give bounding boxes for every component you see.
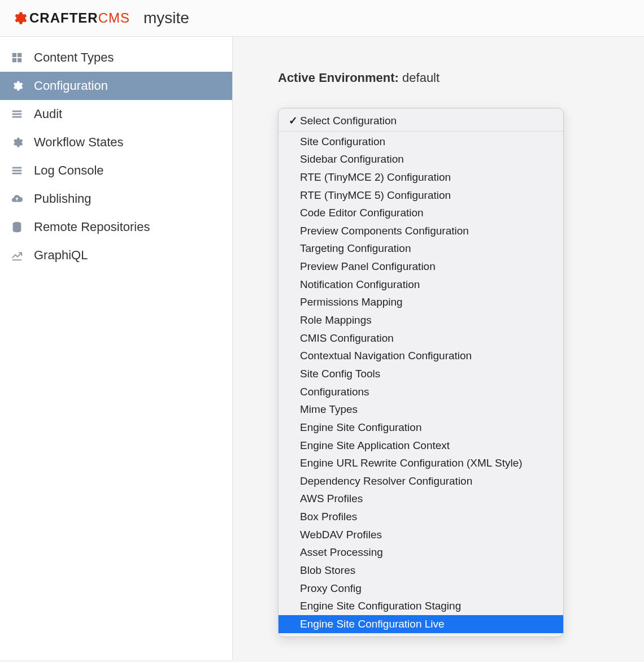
dropdown-option-label: Site Config Tools [300,367,380,381]
sidebar-item-label: Log Console [34,163,104,178]
sidebar-item-label: Audit [34,107,62,121]
sidebar-item-label: GraphiQL [34,248,88,263]
dropdown-option[interactable]: CMIS Configuration [279,329,563,347]
sidebar: Content TypesConfigurationAuditWorkflow … [0,37,233,660]
svg-rect-5 [12,114,22,115]
active-environment: Active Environment: default [278,71,621,85]
dropdown-option[interactable]: Code Editor Configuration [279,204,563,222]
dropdown-option[interactable]: Site Configuration [279,133,563,151]
dropdown-option-label: Engine Site Application Context [300,438,450,453]
dropdown-option-label: Role Mappings [300,313,372,328]
dropdown-option-label: Blob Stores [300,563,355,578]
dropdown-option-label: Notification Configuration [300,277,420,292]
main-panel: Active Environment: default Select Confi… [233,37,644,660]
sidebar-item-label: Remote Repositories [34,220,150,234]
dropdown-option[interactable]: Mime Types [279,400,563,419]
dropdown-option-label: RTE (TinyMCE 2) Configuration [300,170,451,185]
dropdown-option[interactable]: Select Configuration [279,112,563,130]
dropdown-option[interactable]: Dependency Resolver Configuration [279,472,563,490]
list-icon [10,164,24,177]
svg-rect-4 [12,111,22,112]
dropdown-option-label: Engine Site Configuration Staging [300,599,461,613]
sidebar-item-label: Publishing [34,191,92,206]
sidebar-item-graphiql[interactable]: GraphiQL [0,241,232,269]
svg-rect-8 [12,170,22,172]
header: CRAFTERCMS mysite [0,0,644,37]
dropdown-option-label: Code Editor Configuration [300,206,424,220]
dropdown-option-label: Preview Components Configuration [300,224,469,238]
gear-icon [11,10,27,26]
dropdown-option-label: Permissions Mapping [300,295,403,310]
dropdown-option[interactable]: Engine Site Configuration [279,419,563,437]
dropdown-option[interactable]: Site Config Tools [279,365,563,383]
dropdown-option-label: Targeting Configuration [300,241,411,256]
dropdown-option-label: RTE (TinyMCE 5) Configuration [300,188,451,203]
dropdown-option-label: CMIS Configuration [300,331,394,346]
dropdown-option[interactable]: Preview Panel Configuration [279,258,563,276]
sidebar-item-label: Workflow States [34,135,124,150]
sidebar-item-configuration[interactable]: Configuration [0,72,232,100]
dropdown-option[interactable]: RTE (TinyMCE 5) Configuration [279,186,563,204]
dropdown-option-label: Box Profiles [300,509,357,524]
dropdown-option-label: Asset Processing [300,545,383,560]
sidebar-item-remote-repositories[interactable]: Remote Repositories [0,213,232,241]
dropdown-option[interactable]: Contextual Navigation Configuration [279,347,563,365]
dropdown-option-label: Engine Site Configuration [300,420,421,435]
sidebar-item-label: Content Types [34,50,114,65]
cloud-up-icon [10,192,24,206]
site-name: mysite [143,9,189,27]
dropdown-option-label: Site Configuration [300,134,385,149]
dropdown-option[interactable]: Engine Site Configuration Staging [279,597,563,615]
dropdown-option[interactable]: RTE (TinyMCE 2) Configuration [279,168,563,186]
dropdown-option-label: Mime Types [300,402,358,417]
database-icon [10,220,24,234]
sidebar-item-content-types[interactable]: Content Types [0,43,232,72]
dropdown-option[interactable]: Blob Stores [279,561,563,580]
dropdown-option[interactable]: Box Profiles [279,508,563,526]
dropdown-option-label: Engine URL Rewrite Configuration (XML St… [300,456,523,471]
svg-rect-2 [12,58,16,62]
dropdown-option[interactable]: Configurations [279,383,563,401]
dropdown-option[interactable]: Engine Site Configuration Live [279,615,563,633]
dropdown-option[interactable]: Engine URL Rewrite Configuration (XML St… [279,454,563,472]
dropdown-option[interactable]: Engine Site Application Context [279,437,563,455]
dropdown-option[interactable]: Asset Processing [279,543,563,561]
sidebar-item-publishing[interactable]: Publishing [0,185,232,213]
dropdown-option-label: Proxy Config [300,581,362,596]
dropdown-option[interactable]: Targeting Configuration [279,239,563,258]
dropdown-option-label: Contextual Navigation Configuration [300,349,472,363]
dropdown-option-label: Configurations [300,385,369,399]
dropdown-option[interactable]: Role Mappings [279,311,563,329]
logo-text: CRAFTERCMS [29,10,130,26]
dropdown-option[interactable]: Sidebar Configuration [279,150,563,168]
svg-rect-1 [18,53,21,57]
dropdown-option[interactable]: AWS Profiles [279,490,563,508]
svg-rect-7 [12,167,22,169]
sidebar-item-label: Configuration [34,79,108,93]
sidebar-item-workflow-states[interactable]: Workflow States [0,128,232,156]
dropdown-option-label: Select Configuration [300,114,397,128]
dropdown-option-label: WebDAV Profiles [300,528,382,542]
logo[interactable]: CRAFTERCMS [11,10,130,26]
dropdown-option[interactable]: WebDAV Profiles [279,526,563,544]
dropdown-option-label: Sidebar Configuration [300,152,404,167]
sidebar-item-log-console[interactable]: Log Console [0,156,232,185]
gear-icon [10,136,24,149]
dropdown-option[interactable]: Preview Components Configuration [279,222,563,240]
dropdown-option-label: Preview Panel Configuration [300,259,436,274]
configuration-dropdown[interactable]: Select ConfigurationSite ConfigurationSi… [278,108,564,637]
dropdown-option-label: Engine Site Configuration Live [300,617,445,631]
dropdown-option-label: AWS Profiles [300,491,363,506]
chart-icon [10,249,24,262]
dropdown-separator [279,131,563,132]
svg-rect-3 [18,58,21,62]
gear-icon [10,79,24,93]
grid-icon [10,51,24,64]
svg-rect-6 [12,116,22,118]
dropdown-option-label: Dependency Resolver Configuration [300,474,472,489]
sidebar-item-audit[interactable]: Audit [0,100,232,128]
dropdown-option[interactable]: Proxy Config [279,580,563,598]
dropdown-option[interactable]: Permissions Mapping [279,293,563,311]
dropdown-option[interactable]: Notification Configuration [279,276,563,294]
check-icon [286,114,300,128]
